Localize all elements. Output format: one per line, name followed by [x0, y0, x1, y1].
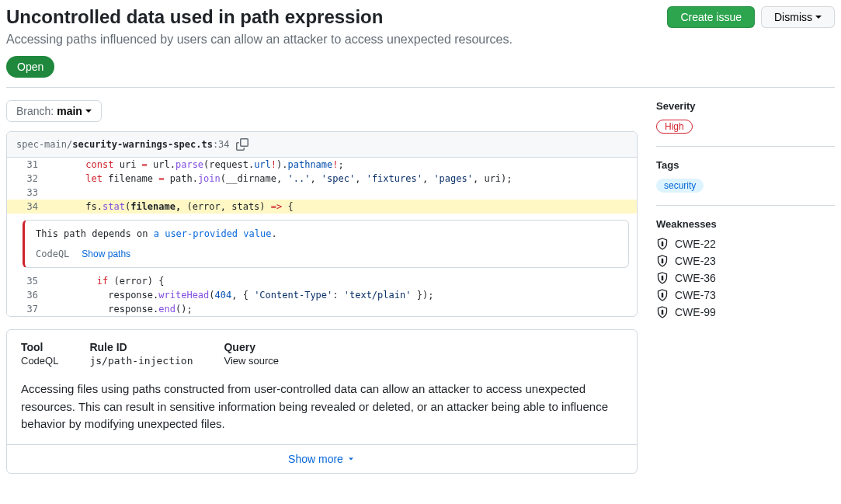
weakness-item[interactable]: CWE-23	[656, 255, 835, 267]
details-description: Accessing files using paths constructed …	[7, 377, 637, 444]
page-subtitle: Accessing paths influenced by users can …	[6, 33, 655, 47]
divider	[6, 87, 835, 88]
svg-rect-7	[662, 295, 662, 297]
dismiss-button[interactable]: Dismiss	[761, 6, 835, 28]
page-title: Uncontrolled data used in path expressio…	[6, 6, 655, 28]
copy-icon[interactable]	[236, 138, 248, 151]
shield-icon	[656, 238, 669, 250]
file-path: spec-main/security-warnings-spec.ts:34	[16, 139, 230, 150]
annotation-link[interactable]: a user-provided value	[154, 228, 272, 239]
annotation-tool: CodeQL	[36, 249, 69, 259]
severity-badge: High	[656, 120, 693, 134]
chevron-down-icon	[85, 109, 92, 113]
svg-rect-9	[662, 312, 662, 315]
branch-selector[interactable]: Branch: main	[6, 100, 102, 122]
tool-value: CodeQL	[21, 355, 58, 367]
svg-rect-1	[662, 244, 662, 246]
weakness-item[interactable]: CWE-36	[656, 272, 835, 284]
show-paths-button[interactable]: Show paths	[82, 249, 130, 259]
create-issue-button[interactable]: Create issue	[667, 6, 755, 28]
show-more-button[interactable]: Show more	[7, 444, 637, 473]
svg-point-8	[662, 310, 662, 311]
details-box: ToolCodeQL Rule IDjs/path-injection Quer…	[6, 329, 638, 474]
svg-point-2	[662, 259, 662, 259]
weaknesses-label: Weaknesses	[656, 218, 835, 230]
chevron-down-icon	[346, 454, 356, 464]
code-table: 31 const uri = url.parse(request.url!).p…	[7, 158, 637, 316]
weakness-item[interactable]: CWE-73	[656, 289, 835, 301]
rule-id-label: Rule ID	[89, 341, 193, 353]
view-source-link[interactable]: View source	[224, 355, 279, 367]
chevron-down-icon	[815, 16, 822, 19]
shield-icon	[656, 306, 669, 318]
svg-rect-5	[662, 278, 662, 280]
query-label: Query	[224, 341, 279, 353]
svg-rect-3	[662, 261, 662, 263]
shield-icon	[656, 255, 669, 267]
status-badge: Open	[6, 56, 54, 78]
shield-icon	[656, 289, 669, 301]
svg-point-0	[662, 242, 662, 242]
weakness-item[interactable]: CWE-99	[656, 306, 835, 318]
svg-point-4	[662, 276, 662, 276]
severity-label: Severity	[656, 100, 835, 112]
tag-pill[interactable]: security	[656, 179, 704, 193]
tool-label: Tool	[21, 341, 58, 353]
rule-id-value: js/path-injection	[89, 355, 193, 367]
code-snippet-box: spec-main/security-warnings-spec.ts:34 3…	[6, 131, 638, 317]
shield-icon	[656, 272, 669, 284]
svg-point-6	[662, 293, 662, 294]
code-annotation: This path depends on a user-provided val…	[23, 220, 629, 268]
weakness-item[interactable]: CWE-22	[656, 238, 835, 250]
tags-label: Tags	[656, 159, 835, 171]
